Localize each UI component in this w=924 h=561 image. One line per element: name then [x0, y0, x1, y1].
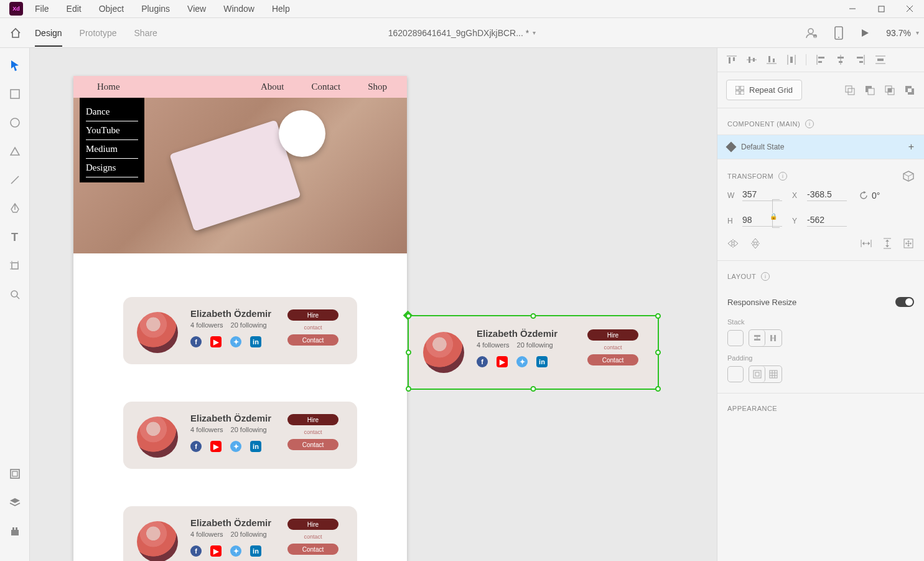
- repeat-grid-button[interactable]: Repeat Grid: [726, 80, 802, 100]
- sidebar-item-designs[interactable]: Designs: [86, 159, 138, 177]
- canvas[interactable]: Home About Contact Shop Dance YouTube Me…: [30, 48, 717, 561]
- minimize-button[interactable]: [838, 0, 867, 18]
- contact-button[interactable]: Contact: [287, 439, 338, 450]
- profile-card[interactable]: Elizabeth Özdemir 4 followers20 followin…: [123, 402, 357, 469]
- padding-individual[interactable]: [765, 366, 782, 382]
- align-center[interactable]: [835, 54, 846, 65]
- linkedin-icon[interactable]: in: [250, 336, 261, 347]
- flip-horizontal[interactable]: [727, 238, 739, 249]
- close-button[interactable]: [895, 0, 924, 18]
- facebook-icon[interactable]: f: [190, 545, 202, 557]
- contact-button[interactable]: Contact: [287, 544, 338, 555]
- menu-help[interactable]: Help: [272, 4, 290, 14]
- hire-button[interactable]: Hire: [287, 309, 338, 321]
- distribute-h[interactable]: [875, 54, 886, 65]
- selected-component[interactable]: Elizabeth Özdemir 4 followers20 followin…: [409, 317, 657, 388]
- add-state-button[interactable]: +: [908, 141, 914, 153]
- info-icon[interactable]: i: [805, 120, 814, 128]
- sidebar-item-medium[interactable]: Medium: [86, 140, 138, 159]
- resize-handle[interactable]: [531, 386, 536, 392]
- twitter-icon[interactable]: ✦: [230, 336, 241, 347]
- hire-button[interactable]: Hire: [587, 329, 638, 341]
- padding-uniform[interactable]: [749, 366, 765, 382]
- align-top[interactable]: [726, 54, 737, 65]
- align-middle[interactable]: [746, 54, 757, 65]
- fix-height[interactable]: [882, 238, 893, 249]
- sidebar-item-dance[interactable]: Dance: [86, 103, 138, 121]
- value-x[interactable]: -368.5: [807, 189, 847, 201]
- invite-button[interactable]: +: [805, 27, 818, 39]
- document-title[interactable]: 1620289641641_9gGhDXjkjBCR... * ▾: [388, 28, 536, 38]
- line-tool[interactable]: [7, 172, 22, 187]
- boolean-subtract[interactable]: [864, 85, 875, 96]
- plugins-panel[interactable]: [7, 524, 22, 539]
- zoom-control[interactable]: 93.7% ▾: [886, 28, 919, 38]
- linkedin-icon[interactable]: in: [250, 545, 261, 557]
- menu-plugins[interactable]: Plugins: [141, 4, 170, 14]
- menu-view[interactable]: View: [187, 4, 206, 14]
- boolean-add[interactable]: [844, 85, 856, 96]
- resize-handle[interactable]: [406, 386, 411, 392]
- align-right[interactable]: [855, 54, 866, 65]
- lock-icon[interactable]: 🔒: [768, 213, 778, 220]
- stack-vertical[interactable]: [749, 330, 765, 346]
- info-icon[interactable]: i: [778, 172, 787, 181]
- linkedin-icon[interactable]: in: [250, 441, 261, 452]
- menu-edit[interactable]: Edit: [67, 4, 82, 14]
- contact-button[interactable]: Contact: [287, 334, 338, 346]
- pen-tool[interactable]: [7, 201, 22, 216]
- boolean-exclude[interactable]: [904, 85, 915, 96]
- play-preview-button[interactable]: [860, 28, 870, 38]
- flip-vertical[interactable]: [750, 238, 761, 249]
- 3d-transform-icon[interactable]: [903, 171, 914, 182]
- contact-button[interactable]: Contact: [587, 354, 638, 365]
- nav-about[interactable]: About: [247, 82, 298, 92]
- tab-design[interactable]: Design: [35, 19, 62, 47]
- youtube-icon[interactable]: ▶: [210, 336, 222, 347]
- scroll-viewport[interactable]: [903, 238, 914, 249]
- assets-panel[interactable]: [7, 466, 22, 481]
- polygon-tool[interactable]: [7, 144, 22, 159]
- distribute-v[interactable]: [786, 54, 797, 65]
- resize-handle[interactable]: [531, 313, 536, 319]
- boolean-intersect[interactable]: [884, 85, 895, 96]
- facebook-icon[interactable]: f: [190, 441, 202, 452]
- tab-prototype[interactable]: Prototype: [80, 19, 117, 47]
- resize-handle[interactable]: [655, 350, 661, 356]
- resize-handle[interactable]: [655, 386, 661, 392]
- enable-padding-checkbox[interactable]: [727, 366, 744, 382]
- fix-width[interactable]: [861, 238, 872, 249]
- profile-card[interactable]: Elizabeth Özdemir 4 followers20 followin…: [123, 506, 357, 561]
- youtube-icon[interactable]: ▶: [210, 545, 222, 557]
- maximize-button[interactable]: [867, 0, 895, 18]
- hire-button[interactable]: Hire: [287, 519, 338, 530]
- menu-object[interactable]: Object: [99, 4, 124, 14]
- youtube-icon[interactable]: ▶: [210, 441, 222, 452]
- layers-panel[interactable]: [7, 495, 22, 510]
- profile-card[interactable]: Elizabeth Özdemir 4 followers20 followin…: [123, 297, 357, 364]
- align-left[interactable]: [815, 54, 826, 65]
- resize-handle[interactable]: [406, 313, 411, 319]
- device-preview-button[interactable]: [834, 26, 844, 40]
- default-state-row[interactable]: Default State +: [717, 134, 924, 159]
- align-bottom[interactable]: [766, 54, 777, 65]
- facebook-icon[interactable]: f: [477, 356, 488, 367]
- twitter-icon[interactable]: ✦: [230, 545, 241, 557]
- hire-button[interactable]: Hire: [287, 414, 338, 425]
- value-y[interactable]: -562: [807, 215, 847, 227]
- menu-window[interactable]: Window: [223, 4, 254, 14]
- home-button[interactable]: [5, 27, 26, 39]
- facebook-icon[interactable]: f: [190, 336, 202, 347]
- artboard-web[interactable]: Home About Contact Shop Dance YouTube Me…: [73, 76, 407, 561]
- nav-home[interactable]: Home: [73, 82, 144, 92]
- text-tool[interactable]: T: [7, 230, 22, 245]
- responsive-resize-toggle[interactable]: [895, 297, 914, 307]
- rectangle-tool[interactable]: [7, 87, 22, 101]
- menu-file[interactable]: File: [35, 4, 49, 14]
- nav-contact[interactable]: Contact: [298, 82, 355, 92]
- info-icon[interactable]: i: [761, 272, 770, 281]
- zoom-tool[interactable]: [7, 287, 22, 302]
- linkedin-icon[interactable]: in: [536, 356, 548, 367]
- nav-shop[interactable]: Shop: [354, 82, 401, 92]
- youtube-icon[interactable]: ▶: [497, 356, 508, 367]
